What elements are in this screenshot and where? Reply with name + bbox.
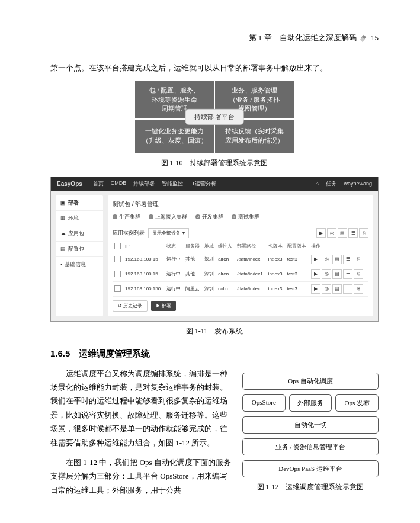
cell-pkg: index3: [267, 281, 286, 296]
cell-checkbox: [113, 281, 123, 296]
refresh-icon[interactable]: ◎: [322, 269, 331, 279]
play-icon[interactable]: ▶: [311, 269, 320, 279]
cell-ip: 192.168.100.15: [123, 267, 165, 281]
refresh-icon[interactable]: ◎: [327, 228, 336, 238]
refresh-icon[interactable]: ◎: [322, 284, 331, 294]
col-owner: 维护人: [216, 240, 235, 252]
sidebar-item-base[interactable]: ▪ 基础信息: [56, 257, 103, 272]
package-icon: ☁: [60, 230, 66, 236]
tab-shanghai[interactable]: P 上海接入集群: [149, 213, 187, 221]
export-icon[interactable]: ⎘: [354, 269, 363, 279]
fig112-paas-box: DevOps PaaS 运维平台: [242, 460, 379, 477]
cell-pkg: index3: [267, 252, 286, 267]
cell-ops: ▶◎▤☰⎘: [309, 281, 368, 296]
cell-host: 阿里云: [184, 281, 203, 296]
brand-logo: EasyOps: [57, 181, 82, 187]
sidebar-item-env[interactable]: ▦ 环境: [56, 211, 103, 226]
checkbox-icon[interactable]: [114, 285, 121, 292]
fig112-top-box: Ops 自动化调度: [242, 373, 379, 390]
home-icon[interactable]: ⌂: [316, 181, 319, 187]
cell-ops: ▶◎▤☰⎘: [309, 252, 368, 267]
menu-icon[interactable]: ☰: [343, 255, 352, 264]
col-pkg: 包版本: [267, 240, 286, 252]
cell-owner: alren: [216, 252, 235, 267]
deploy-button[interactable]: ▶ 部署: [151, 301, 176, 311]
user-menu[interactable]: waynewang: [344, 181, 372, 187]
figure-1-10: 包 / 配置、服务、 环境等资源生命 周期管理 业务、服务管理 （业务 / 服务…: [134, 81, 294, 153]
menu-icon[interactable]: ☰: [348, 228, 358, 238]
cell-ops: ▶◎▤☰⎘: [309, 267, 368, 281]
nav-monitor[interactable]: 智能监控: [162, 180, 183, 188]
checkbox-icon[interactable]: [114, 243, 121, 249]
sidebar-item-pkg[interactable]: ☁ 应用包: [56, 226, 103, 242]
tab-label: 上海接入集群: [155, 213, 187, 221]
menu-icon[interactable]: ☰: [343, 269, 352, 279]
cell-region: 深圳: [203, 281, 216, 296]
nav-deploy[interactable]: 持续部署: [133, 180, 155, 188]
cell-ip: 192.168.100.15: [123, 252, 165, 267]
export-icon[interactable]: ⎘: [354, 255, 363, 264]
app-topbar: EasyOps 首页 CMDB 持续部署 智能监控 IT运营分析 ⌂ 任务 wa…: [51, 177, 378, 191]
cell-status: 运行中: [165, 267, 184, 281]
nav-home[interactable]: 首页: [93, 180, 104, 188]
cell-path: /data/index: [235, 252, 267, 267]
bulk-action-icons: ▶ ◎ ▤ ☰ ⎘: [316, 228, 368, 238]
instance-table: IP 状态 服务器 地域 维护人 部署路径 包版本 配置版本 操作 192.16…: [113, 240, 368, 297]
device-filter-select[interactable]: 显示全部设备 ▾: [148, 228, 189, 238]
cell-status: 运行中: [165, 281, 184, 296]
cell-status: 运行中: [165, 252, 184, 267]
export-icon[interactable]: ⎘: [354, 284, 363, 294]
list-icon[interactable]: ▤: [338, 228, 347, 238]
col-checkbox: [113, 240, 123, 252]
cell-region: 深圳: [203, 267, 216, 281]
checkbox-icon[interactable]: [114, 256, 121, 262]
tab-prod[interactable]: P 生产集群: [113, 213, 140, 221]
list-icon[interactable]: ▤: [332, 255, 342, 264]
history-button[interactable]: ↺ 历史记录: [113, 300, 148, 312]
tab-test[interactable]: T 测试集群: [232, 213, 259, 221]
list-icon[interactable]: ▤: [332, 269, 342, 279]
main-panel: 测试包 / 部署管理 P 生产集群 P 上海接入集群 D 开发集群: [108, 195, 373, 316]
col-ip: IP: [123, 240, 165, 252]
col-path: 部署路径: [235, 240, 267, 252]
sidebar-item-label: 环境: [68, 214, 79, 222]
task-link[interactable]: 任务: [326, 180, 336, 188]
select-value: 显示全部设备: [152, 230, 181, 236]
tab-dev[interactable]: D 开发集群: [195, 213, 223, 221]
cell-cfg: test3: [286, 267, 309, 281]
play-icon[interactable]: ▶: [311, 255, 320, 264]
col-ops: 操作: [309, 240, 368, 252]
play-icon[interactable]: ▶: [316, 228, 326, 238]
env-icon: ▦: [60, 215, 66, 221]
checkbox-icon[interactable]: [114, 271, 121, 277]
cell-owner: colin: [216, 281, 235, 296]
sidebar-item-cfg[interactable]: ▤ 配置包: [56, 242, 103, 257]
sidebar-item-label: 配置包: [68, 245, 84, 253]
nav-cmdb[interactable]: CMDB: [111, 180, 127, 188]
list-icon[interactable]: ▤: [332, 284, 342, 294]
history-icon: ↺: [118, 303, 122, 309]
tab-label: 测试集群: [238, 213, 259, 221]
play-icon[interactable]: ▶: [311, 284, 320, 294]
cell-host: 其他: [184, 267, 203, 281]
cell-checkbox: [113, 252, 123, 267]
export-icon[interactable]: ⎘: [359, 228, 368, 238]
refresh-icon[interactable]: ◎: [322, 255, 331, 264]
cluster-tabs: P 生产集群 P 上海接入集群 D 开发集群 T 测试集群: [113, 213, 368, 224]
list-label: 应用实例列表: [113, 229, 145, 237]
sidebar-item-deploy[interactable]: ▣ 部署: [56, 195, 103, 211]
cell-checkbox: [113, 267, 123, 281]
nav-itops[interactable]: IT运营分析: [190, 180, 216, 188]
fig112-resource-box: 业务 / 资源信息管理平台: [242, 438, 379, 455]
col-cfg: 配置版本: [286, 240, 309, 252]
cell-path: /data/index: [235, 281, 267, 296]
header-ornament-icon: [361, 36, 367, 41]
cell-cfg: test3: [286, 252, 309, 267]
sidebar-item-label: 部署: [68, 199, 79, 207]
sidebar: ▣ 部署 ▦ 环境 ☁ 应用包 ▤ 配置包 ▪ 基础信息: [56, 195, 103, 316]
fig110-center-label: 持续部 署平台: [185, 109, 244, 124]
figure-1-12: Ops 自动化调度 OpsStore 外部服务 Ops 发布 自动化一切 业务 …: [242, 367, 379, 503]
section-1-6-5-heading: 1.6.5 运维调度管理系统: [50, 348, 379, 360]
menu-icon[interactable]: ☰: [343, 284, 352, 294]
config-icon: ▤: [60, 246, 66, 252]
